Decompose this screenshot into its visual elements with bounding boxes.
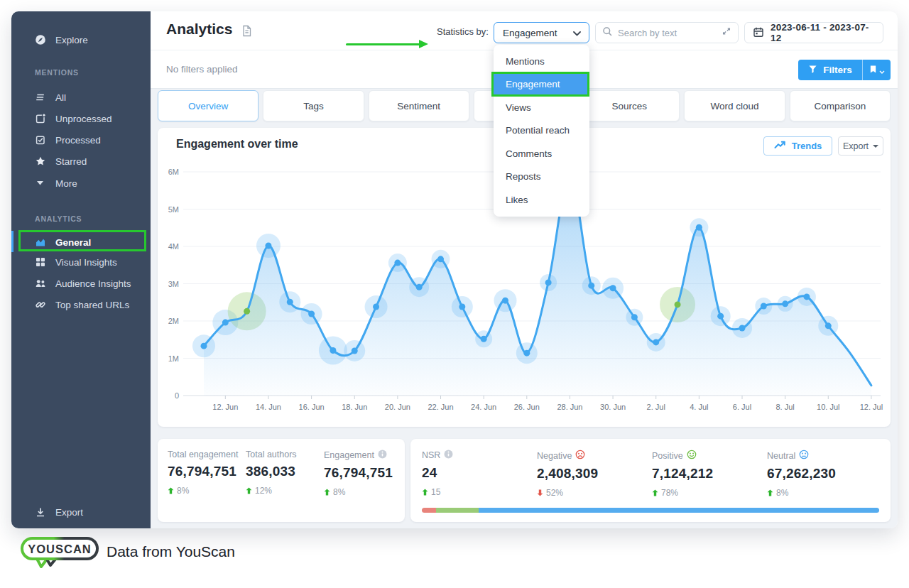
sidebar-item-label: All: [55, 92, 66, 103]
tab-comparison[interactable]: Comparison: [790, 90, 891, 121]
tab-sources[interactable]: Sources: [579, 90, 680, 121]
date-range-picker[interactable]: 2023-06-11 - 2023-07-12: [744, 22, 883, 43]
sidebar-item-label: General: [55, 237, 91, 248]
sidebar-item-label: More: [55, 178, 77, 189]
sidebar-item-processed[interactable]: Processed: [11, 130, 151, 150]
delta-arrow-icon: [422, 489, 428, 496]
square-check-icon: [35, 134, 46, 146]
tab-overview[interactable]: Overview: [158, 90, 258, 121]
tab-sentiment[interactable]: Sentiment: [369, 90, 469, 121]
svg-text:2M: 2M: [168, 317, 179, 325]
download-icon: [35, 506, 46, 518]
stat-negative: Negative 2,408,309 52%: [537, 450, 598, 498]
sidebar-item-label: Unprocessed: [55, 114, 112, 124]
sidebar-item-general[interactable]: General: [11, 232, 151, 252]
svg-text:6. Jul: 6. Jul: [733, 403, 751, 411]
sidebar-item-label: Audience Insights: [55, 278, 131, 289]
sidebar-item-label: Explore: [55, 35, 88, 45]
link-icon: [35, 299, 46, 310]
square-dot-icon: [35, 113, 46, 124]
info-icon[interactable]: [444, 450, 453, 461]
expand-icon[interactable]: [722, 26, 731, 39]
svg-text:20. Jun: 20. Jun: [385, 403, 410, 411]
filters-button[interactable]: Filters: [798, 60, 862, 80]
sidebar-item-explore[interactable]: Explore: [11, 30, 151, 50]
bookmark-icon: [869, 64, 877, 77]
sidebar-item-starred[interactable]: Starred: [11, 151, 151, 171]
delta-arrow-icon: [324, 489, 330, 496]
info-icon[interactable]: [378, 450, 387, 461]
caret-down-icon: [873, 145, 878, 148]
sidebar-item-all[interactable]: All: [11, 87, 151, 107]
svg-text:22. Jun: 22. Jun: [428, 403, 453, 411]
dropdown-item-reposts[interactable]: Reposts: [494, 165, 589, 189]
sidebar-item-visual-insights[interactable]: Visual Insights: [11, 252, 151, 272]
tab-tags[interactable]: Tags: [263, 90, 364, 121]
svg-text:YOUSCAN: YOUSCAN: [28, 543, 92, 555]
delta-arrow-icon: [537, 489, 543, 496]
statistics-by-select[interactable]: Engagement: [494, 22, 589, 43]
neutral-segment: [479, 508, 879, 513]
stat-neutral: Neutral 67,262,230 8%: [767, 450, 836, 498]
svg-text:16. Jun: 16. Jun: [299, 403, 325, 411]
list-icon: [35, 92, 46, 103]
svg-text:3M: 3M: [168, 280, 179, 288]
annotation-arrow: [346, 40, 430, 50]
chevron-down-icon: [879, 64, 885, 77]
trends-button[interactable]: Trends: [763, 136, 832, 156]
svg-text:12. Jul: 12. Jul: [860, 403, 883, 411]
svg-text:5M: 5M: [168, 205, 179, 214]
filters-status: No filters applied: [166, 64, 238, 75]
calendar-icon: [753, 26, 764, 40]
svg-text:12. Jun: 12. Jun: [212, 403, 238, 411]
chart-title: Engagement over time: [176, 138, 298, 151]
negative-segment: [422, 508, 436, 513]
star-icon: [35, 156, 46, 167]
document-icon[interactable]: [241, 25, 252, 40]
sidebar-item-top-shared-urls[interactable]: Top shared URLs: [11, 295, 151, 315]
positive-segment: [436, 508, 479, 513]
search-icon: [602, 26, 613, 40]
sidebar-item-export[interactable]: Export: [11, 502, 151, 522]
dropdown-item-engagement[interactable]: Engagement: [494, 73, 589, 97]
app-window: Explore MENTIONS All Unprocessed Process…: [11, 11, 898, 528]
funnel-icon: [808, 65, 817, 76]
statistics-by-label: Statistics by:: [437, 26, 489, 37]
sad-face-icon: [575, 450, 585, 462]
search-input[interactable]: [618, 28, 717, 38]
page-title: Analytics: [166, 21, 232, 38]
sidebar-item-label: Processed: [55, 135, 101, 146]
svg-text:4. Jul: 4. Jul: [690, 403, 708, 411]
dropdown-item-mentions[interactable]: Mentions: [494, 50, 589, 73]
chart-export-button[interactable]: Export: [838, 136, 883, 156]
sidebar-section-analytics-title: ANALYTICS: [35, 214, 82, 223]
svg-text:8. Jul: 8. Jul: [775, 403, 794, 411]
svg-text:10. Jul: 10. Jul: [817, 403, 839, 411]
dropdown-item-comments[interactable]: Comments: [494, 142, 589, 165]
svg-text:4M: 4M: [168, 242, 179, 251]
svg-text:18. Jun: 18. Jun: [342, 403, 367, 411]
trend-icon: [774, 141, 786, 151]
dropdown-item-potential-reach[interactable]: Potential reach: [494, 119, 589, 143]
sidebar-item-audience-insights[interactable]: Audience Insights: [11, 273, 151, 293]
sidebar-item-more[interactable]: More: [11, 173, 151, 193]
sentiment-stats-card: NSR 24 15 Negative 2,408,309 52% Positiv…: [410, 439, 891, 522]
svg-text:2. Jul: 2. Jul: [647, 403, 665, 411]
dropdown-item-likes[interactable]: Likes: [494, 188, 589, 212]
delta-arrow-icon: [652, 489, 658, 496]
dropdown-item-views[interactable]: Views: [494, 96, 589, 119]
sidebar: Explore MENTIONS All Unprocessed Process…: [11, 11, 151, 528]
stat-total-engagement: Total engagement 76,794,751 8%: [168, 450, 238, 496]
sidebar-item-unprocessed[interactable]: Unprocessed: [11, 109, 151, 129]
svg-text:26. Jun: 26. Jun: [514, 403, 540, 411]
sidebar-item-label: Top shared URLs: [55, 300, 129, 310]
svg-text:14. Jun: 14. Jun: [256, 403, 281, 411]
sentiment-distribution-bar: [422, 508, 879, 513]
neutral-face-icon: [799, 450, 809, 462]
sidebar-item-label: Export: [55, 507, 83, 518]
delta-arrow-icon: [767, 489, 773, 496]
stat-nsr: NSR 24 15: [422, 450, 453, 497]
tab-word-cloud[interactable]: Word cloud: [684, 90, 785, 121]
svg-text:24. Jun: 24. Jun: [471, 403, 496, 411]
saved-filters-button[interactable]: [862, 60, 891, 80]
